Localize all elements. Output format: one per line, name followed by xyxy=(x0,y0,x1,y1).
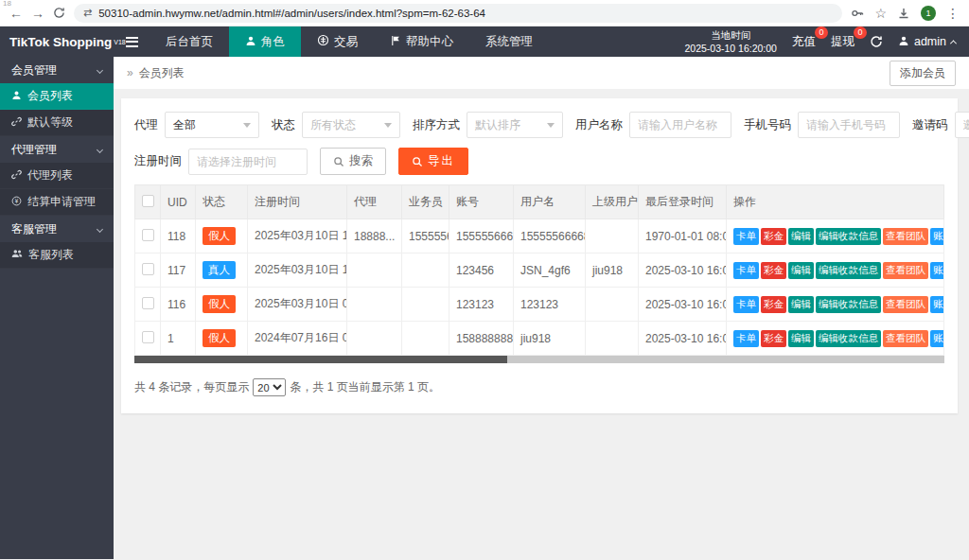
row-checkbox[interactable] xyxy=(142,331,154,343)
action-balance-change-button[interactable]: 账变 xyxy=(930,330,944,347)
action-bonus-button[interactable]: 彩金 xyxy=(761,262,786,279)
action-bonus-button[interactable]: 彩金 xyxy=(761,296,786,313)
browser-chrome: 18 ← → ⇄ 50310-admin.hwymw.net/admin.htm… xyxy=(0,0,969,26)
sidebar-item-settlement-requests[interactable]: ¥ 结算申请管理 xyxy=(0,189,114,216)
download-icon[interactable] xyxy=(897,7,910,20)
sidebar-group-members[interactable]: 会员管理 xyxy=(0,57,114,83)
refresh-icon[interactable] xyxy=(870,35,883,48)
search-icon xyxy=(333,156,344,167)
action-view-team-button[interactable]: 查看团队 xyxy=(883,228,928,245)
scrollbar-thumb[interactable] xyxy=(134,356,507,363)
menu-toggle-icon[interactable] xyxy=(114,26,150,57)
cell-parent xyxy=(586,288,639,322)
site-settings-icon[interactable]: ⇄ xyxy=(83,7,92,19)
username-filter-label: 用户名称 xyxy=(575,117,623,133)
reload-icon[interactable] xyxy=(53,7,65,19)
cell-account: 15555566668 xyxy=(449,219,514,254)
row-checkbox[interactable] xyxy=(142,297,154,309)
action-edit-button[interactable]: 编辑 xyxy=(788,330,814,347)
action-bonus-button[interactable]: 彩金 xyxy=(761,228,786,245)
row-checkbox[interactable] xyxy=(142,229,154,241)
recharge-badge: 0 xyxy=(815,26,828,39)
cell-username: JSN_4gf6 xyxy=(514,254,586,288)
col-agent: 代理 xyxy=(347,185,402,219)
action-balance-change-button[interactable]: 账变 xyxy=(930,262,944,279)
url-bar[interactable]: ⇄ 50310-admin.hwymw.net/admin.html#/admi… xyxy=(74,4,842,23)
top-nav: 后台首页 角色 交易 帮助中心 系统管理 xyxy=(150,26,549,57)
action-view-team-button[interactable]: 查看团队 xyxy=(883,330,928,347)
phone-input[interactable] xyxy=(798,112,900,138)
local-time-label: 当地时间 xyxy=(684,28,777,42)
sidebar-group-support[interactable]: 客服管理 xyxy=(0,216,114,242)
invite-code-filter-label: 邀请码 xyxy=(912,117,948,133)
row-checkbox[interactable] xyxy=(142,263,154,275)
action-bonus-button[interactable]: 彩金 xyxy=(761,330,786,347)
action-edit-payment-button[interactable]: 编辑收款信息 xyxy=(816,228,881,245)
back-icon[interactable]: ← xyxy=(9,7,23,20)
action-card-order-button[interactable]: 卡单 xyxy=(733,228,759,245)
invite-code-input[interactable] xyxy=(955,112,969,138)
link-icon xyxy=(11,116,22,130)
regtime-input[interactable] xyxy=(188,149,308,175)
horizontal-scrollbar[interactable] xyxy=(134,356,944,363)
action-card-order-button[interactable]: 卡单 xyxy=(733,330,759,347)
dropdown-arrow-icon xyxy=(384,123,392,128)
cell-last-login: 1970-01-01 08:00:00 xyxy=(639,219,727,254)
nav-item-roles[interactable]: 角色 xyxy=(229,26,301,57)
action-edit-button[interactable]: 编辑 xyxy=(788,228,814,245)
table-row: 118 假人 2025年03月10日 16:17:10 18888... 155… xyxy=(135,219,944,254)
nav-item-system[interactable]: 系统管理 xyxy=(469,26,549,57)
action-balance-change-button[interactable]: 账变 xyxy=(930,296,944,313)
nav-item-dashboard[interactable]: 后台首页 xyxy=(150,26,229,57)
user-icon xyxy=(898,35,909,49)
username-input[interactable] xyxy=(629,112,731,138)
chevron-down-icon xyxy=(97,225,103,232)
action-card-order-button[interactable]: 卡单 xyxy=(733,296,759,313)
add-member-button[interactable]: 添加会员 xyxy=(890,61,956,86)
nav-item-transactions[interactable]: 交易 xyxy=(301,26,374,57)
cell-agent xyxy=(347,288,402,322)
cell-uid: 116 xyxy=(161,288,196,322)
cell-agent: 18888... xyxy=(347,219,402,254)
browser-menu-icon[interactable]: ⋮ xyxy=(946,7,960,20)
nav-item-help-center[interactable]: 帮助中心 xyxy=(374,26,469,57)
sidebar-item-support-list[interactable]: 客服列表 xyxy=(0,242,114,269)
action-edit-button[interactable]: 编辑 xyxy=(788,296,814,313)
action-view-team-button[interactable]: 查看团队 xyxy=(883,262,928,279)
sidebar-group-agents[interactable]: 代理管理 xyxy=(0,136,114,163)
table-row: 116 假人 2025年03月10日 04:14:19 123123 12312… xyxy=(135,288,944,322)
export-button[interactable]: 导出 xyxy=(398,148,468,175)
select-all-checkbox[interactable] xyxy=(142,195,154,207)
admin-user-menu[interactable]: admin xyxy=(898,35,956,49)
action-edit-payment-button[interactable]: 编辑收款信息 xyxy=(816,262,881,279)
table-header-row: UID 状态 注册时间 代理 业务员 账号 用户名 上级用户 最后登录时间 操作 xyxy=(135,185,944,219)
search-button[interactable]: 搜索 xyxy=(320,148,386,175)
pagination-suffix: 条，共 1 页当前显示第 1 页。 xyxy=(290,379,440,395)
action-balance-change-button[interactable]: 账变 xyxy=(930,228,944,245)
action-edit-payment-button[interactable]: 编辑收款信息 xyxy=(816,330,881,347)
yen-circle-icon: ¥ xyxy=(11,196,22,209)
page-size-select[interactable]: 20 xyxy=(253,378,286,396)
sidebar-item-agent-list[interactable]: 代理列表 xyxy=(0,163,114,189)
sidebar-item-member-list[interactable]: 会员列表 xyxy=(0,83,114,110)
action-card-order-button[interactable]: 卡单 xyxy=(733,262,759,279)
action-view-team-button[interactable]: 查看团队 xyxy=(883,296,928,313)
sort-select[interactable]: 默认排序 xyxy=(467,112,563,138)
action-edit-button[interactable]: 编辑 xyxy=(788,262,814,279)
recharge-button[interactable]: 充值 0 xyxy=(792,34,816,50)
bookmark-star-icon[interactable]: ☆ xyxy=(874,7,887,20)
col-status: 状态 xyxy=(196,185,248,219)
profile-avatar[interactable]: 1 xyxy=(921,6,936,21)
withdraw-button[interactable]: 提现 0 xyxy=(831,34,854,50)
dropdown-arrow-icon xyxy=(243,123,251,128)
status-select[interactable]: 所有状态 xyxy=(302,112,400,138)
forward-icon[interactable]: → xyxy=(31,7,44,20)
cell-salesman xyxy=(402,288,449,322)
col-parent: 上级用户 xyxy=(586,185,639,219)
dropdown-arrow-icon xyxy=(547,123,555,128)
search-icon xyxy=(412,156,423,167)
password-key-icon[interactable] xyxy=(851,7,864,20)
action-edit-payment-button[interactable]: 编辑收款信息 xyxy=(816,296,881,313)
agent-select[interactable]: 全部 xyxy=(165,112,259,138)
sidebar-item-default-level[interactable]: 默认等级 xyxy=(0,110,114,136)
